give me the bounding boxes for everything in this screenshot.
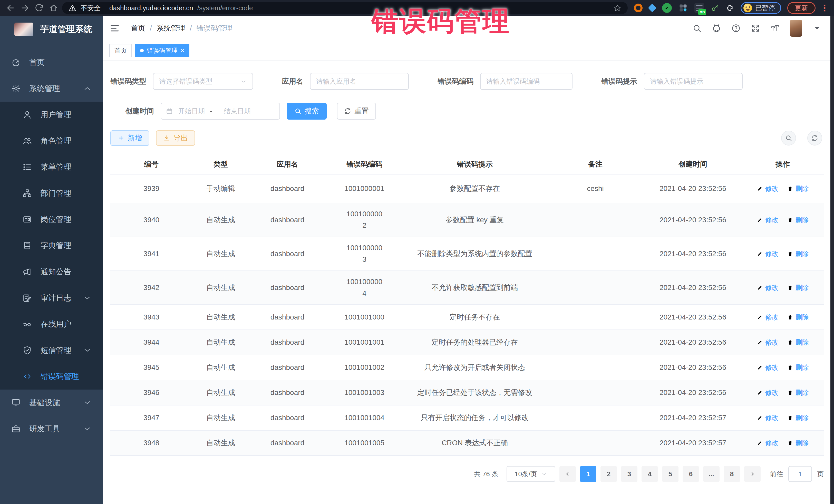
goto-page-input[interactable] <box>788 466 812 482</box>
url-host[interactable]: dashboard.yudao.iocoder.cn <box>109 4 193 12</box>
hide-search-icon[interactable] <box>781 131 796 146</box>
row-type: 自动生成 <box>193 283 249 292</box>
error-code-input[interactable] <box>480 73 572 90</box>
fullscreen-icon[interactable] <box>751 24 760 33</box>
paused-badge[interactable]: 已暂停 <box>741 2 781 14</box>
delete-link[interactable]: 删除 <box>787 439 809 447</box>
sidebar-item-首页[interactable]: 首页 <box>0 49 103 75</box>
sidebar-item-用户管理[interactable]: 用户管理 <box>0 102 103 128</box>
sidebar-item-短信管理[interactable]: 短信管理 <box>0 337 103 364</box>
extension-check-icon[interactable] <box>662 3 672 13</box>
page-size-select[interactable]: 10条/页 <box>507 466 555 482</box>
sidebar-item-菜单管理[interactable]: 菜单管理 <box>0 154 103 180</box>
extension-grid-icon[interactable] <box>679 3 688 13</box>
reset-button[interactable]: 重置 <box>337 103 376 119</box>
page-button-6[interactable]: 6 <box>683 466 699 482</box>
delete-link[interactable]: 删除 <box>787 184 809 193</box>
edit-link[interactable]: 修改 <box>756 313 778 322</box>
sidebar-item-角色管理[interactable]: 角色管理 <box>0 128 103 154</box>
security-label[interactable]: 不安全 <box>81 4 101 13</box>
page-button-8[interactable]: 8 <box>724 466 740 482</box>
delete-link[interactable]: 删除 <box>787 338 809 347</box>
edit-link[interactable]: 修改 <box>756 184 778 193</box>
extension-gear-icon[interactable] <box>634 4 642 12</box>
sidebar-item-基础设施[interactable]: 基础设施 <box>0 390 103 416</box>
delete-link[interactable]: 删除 <box>787 249 809 258</box>
extension-puzzle-icon[interactable] <box>726 4 734 12</box>
create-time-label: 创建时间 <box>125 106 154 116</box>
delete-link[interactable]: 删除 <box>787 216 809 224</box>
row-error-hint: 参数配置不存在 <box>403 184 547 194</box>
window-scrollbar[interactable] <box>830 0 834 504</box>
bookmark-star-icon[interactable] <box>613 4 621 12</box>
edit-link[interactable]: 修改 <box>756 283 778 292</box>
sidebar-item-错误码管理[interactable]: 错误码管理 <box>0 364 103 390</box>
github-icon[interactable] <box>712 24 721 33</box>
app-name-input[interactable] <box>310 73 409 90</box>
edit-link[interactable]: 修改 <box>756 216 778 224</box>
close-icon[interactable]: × <box>181 47 184 53</box>
next-page-button[interactable] <box>744 466 761 482</box>
delete-link[interactable]: 删除 <box>787 313 809 322</box>
breadcrumb-item[interactable]: 系统管理 <box>156 23 185 33</box>
reload-icon[interactable] <box>34 2 45 14</box>
address-bar[interactable]: 不安全 dashboard.yudao.iocoder.cn/system/er… <box>62 2 628 14</box>
error-hint-input[interactable] <box>644 73 743 90</box>
filter-row-2: 创建时间 开始日期 - 结束日期 搜索 重置 <box>110 103 824 119</box>
update-button[interactable]: 更新 <box>787 2 815 14</box>
page-button-2[interactable]: 2 <box>600 466 617 482</box>
delete-link[interactable]: 删除 <box>787 413 809 422</box>
prev-page-button[interactable] <box>559 466 576 482</box>
delete-link[interactable]: 删除 <box>787 283 809 292</box>
avatar[interactable] <box>790 20 802 37</box>
sidebar-logo[interactable]: 芋道管理系统 <box>0 16 103 43</box>
edit-link[interactable]: 修改 <box>756 363 778 372</box>
table-row: 3945自动生成dashboard1001001002只允许修改为开启或者关闭状… <box>110 355 824 380</box>
font-size-icon[interactable] <box>770 24 780 33</box>
edit-link[interactable]: 修改 <box>756 413 778 422</box>
extension-gem-icon[interactable] <box>648 4 657 12</box>
forward-icon[interactable] <box>19 2 31 14</box>
edit-link[interactable]: 修改 <box>756 338 778 347</box>
add-button[interactable]: 新增 <box>110 130 149 146</box>
sidebar-item-label: 短信管理 <box>41 345 71 356</box>
row-id: 3940 <box>110 216 193 224</box>
search-button[interactable]: 搜索 <box>287 103 327 119</box>
help-icon[interactable] <box>731 24 741 33</box>
page-button-3[interactable]: 3 <box>621 466 637 482</box>
edit-link[interactable]: 修改 <box>756 249 778 258</box>
sidebar-item-label: 基础设施 <box>29 397 60 408</box>
sidebar-item-审计日志[interactable]: 审计日志 <box>0 285 103 311</box>
breadcrumb-item[interactable]: 首页 <box>131 23 145 33</box>
sidebar-item-岗位管理[interactable]: 岗位管理 <box>0 206 103 233</box>
page-button-4[interactable]: 4 <box>641 466 658 482</box>
edit-link[interactable]: 修改 <box>756 388 778 397</box>
refresh-icon[interactable] <box>807 131 822 146</box>
edit-link[interactable]: 修改 <box>756 439 778 447</box>
extension-list-icon[interactable]: on <box>695 3 704 13</box>
sidebar-item-系统管理[interactable]: 系统管理 <box>0 75 103 102</box>
sidebar-item-在线用户[interactable]: 在线用户 <box>0 311 103 337</box>
delete-link[interactable]: 删除 <box>787 388 809 397</box>
date-range-picker[interactable]: 开始日期 - 结束日期 <box>161 103 280 119</box>
hamburger-icon[interactable] <box>109 23 120 34</box>
tab-首页[interactable]: 首页 <box>109 44 132 57</box>
error-type-select[interactable]: 请选择错误码类型 <box>153 73 253 90</box>
back-icon[interactable] <box>5 2 17 14</box>
export-button[interactable]: 导出 <box>156 130 195 146</box>
page-button-1[interactable]: 1 <box>580 466 596 482</box>
caret-down-icon[interactable] <box>812 24 822 33</box>
extension-key-icon[interactable] <box>711 4 719 12</box>
delete-link[interactable]: 删除 <box>787 363 809 372</box>
browser-menu-icon[interactable]: ⋮ <box>820 4 829 12</box>
sidebar-item-部门管理[interactable]: 部门管理 <box>0 180 103 206</box>
sidebar-item-通知公告[interactable]: 通知公告 <box>0 259 103 285</box>
chevron-down-icon <box>83 293 92 303</box>
page-button-5[interactable]: 5 <box>662 466 679 482</box>
search-icon[interactable] <box>692 24 702 33</box>
home-icon[interactable] <box>48 2 60 14</box>
sidebar-item-研发工具[interactable]: 研发工具 <box>0 416 103 442</box>
sidebar-item-字典管理[interactable]: 字典管理 <box>0 233 103 259</box>
more-pages-button[interactable]: ... <box>703 466 720 482</box>
tab-错误码管理[interactable]: 错误码管理× <box>135 44 190 57</box>
